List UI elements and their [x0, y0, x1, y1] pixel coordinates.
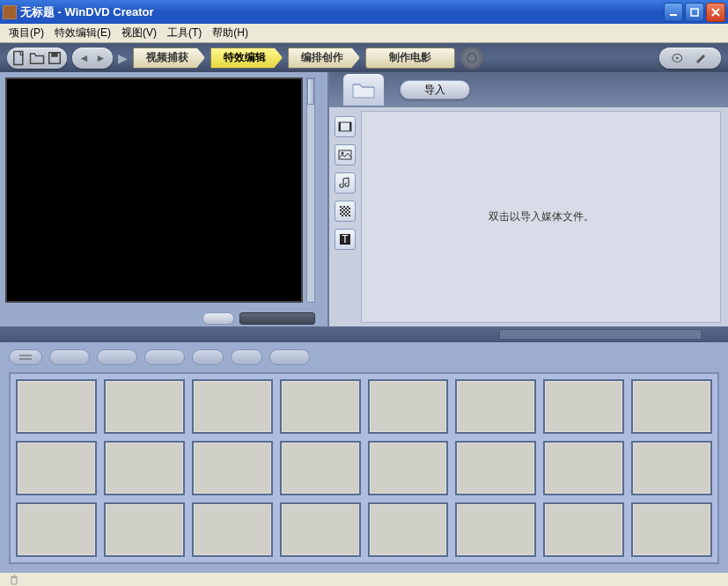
svg-rect-0	[670, 14, 677, 16]
timeline-tool-4[interactable]	[192, 349, 224, 365]
scrollbar-thumb[interactable]	[307, 78, 314, 105]
storyboard-cell[interactable]	[543, 502, 624, 557]
menubar: 项目(P) 特效编辑(E) 视图(V) 工具(T) 帮助(H)	[0, 24, 728, 43]
storyboard-cell[interactable]	[455, 441, 536, 495]
preview-time-bar[interactable]	[239, 312, 315, 325]
undo-button[interactable]: ◄	[76, 49, 92, 67]
burn-button[interactable]	[659, 48, 721, 69]
timeline-tool-3[interactable]	[144, 349, 185, 365]
trash-icon[interactable]	[9, 575, 19, 585]
minimize-button[interactable]	[664, 3, 683, 22]
timeline-tool-5[interactable]	[231, 349, 262, 365]
storyboard-cell[interactable]	[455, 379, 536, 434]
menu-view[interactable]: 视图(V)	[116, 24, 162, 42]
status-strip	[0, 326, 728, 342]
tab-effects[interactable]	[335, 201, 356, 222]
file-button-group	[7, 48, 67, 69]
storyboard-cell[interactable]	[368, 502, 449, 557]
storyboard-cell[interactable]	[104, 379, 185, 434]
storyboard-cell[interactable]	[16, 441, 97, 495]
maximize-button[interactable]	[685, 3, 704, 22]
svg-rect-4	[51, 52, 58, 56]
preview-control-button[interactable]	[202, 312, 234, 325]
redo-button[interactable]: ►	[92, 49, 109, 67]
svg-rect-1	[691, 9, 698, 16]
media-type-tabs: T	[329, 107, 361, 326]
new-button[interactable]	[11, 49, 28, 67]
storyboard-cell[interactable]	[280, 379, 361, 434]
menu-effects[interactable]: 特效编辑(E)	[49, 24, 116, 42]
tab-text[interactable]: T	[335, 229, 356, 250]
main-toolbar: ◄ ► ▶ 视频捕获 特效编辑 编排创作 制作电影	[0, 43, 728, 72]
timeline-view-toggle[interactable]	[9, 349, 42, 365]
svg-point-6	[676, 56, 679, 59]
storyboard-cell[interactable]	[192, 502, 273, 557]
folder-icon	[351, 80, 376, 99]
disc-icon	[460, 47, 483, 70]
app-icon	[3, 5, 17, 19]
step-capture[interactable]: 视频捕获	[133, 48, 205, 69]
step-arrow-icon: ▶	[118, 51, 128, 65]
storyboard-cell[interactable]	[455, 502, 536, 557]
folder-tab[interactable]	[343, 74, 384, 106]
svg-rect-12	[340, 206, 350, 216]
timeline-panel	[0, 342, 728, 573]
svg-rect-9	[349, 122, 351, 131]
timeline-tool-1[interactable]	[49, 349, 90, 365]
undo-redo-group: ◄ ►	[72, 48, 113, 69]
tab-video[interactable]	[335, 116, 356, 137]
storyboard-cell[interactable]	[280, 502, 361, 557]
svg-rect-8	[339, 122, 341, 131]
storyboard-cell[interactable]	[631, 379, 712, 434]
tab-audio[interactable]	[335, 172, 356, 194]
footer-bar	[0, 573, 728, 586]
timeline-toolbar	[9, 348, 719, 367]
storyboard-cell[interactable]	[104, 502, 185, 557]
main-area: 导入 T 双击以导入媒体文件。	[0, 72, 728, 326]
storyboard-grid	[9, 372, 719, 564]
storyboard-cell[interactable]	[543, 441, 624, 495]
storyboard-cell[interactable]	[16, 379, 97, 434]
import-label: 导入	[424, 83, 445, 98]
menu-project[interactable]: 项目(P)	[4, 24, 49, 42]
svg-rect-18	[19, 358, 32, 360]
storyboard-cell[interactable]	[104, 441, 185, 495]
media-area: T 双击以导入媒体文件。	[329, 107, 728, 326]
step-edit[interactable]: 特效编辑	[210, 48, 283, 69]
preview-panel	[0, 72, 327, 326]
svg-point-11	[342, 152, 344, 155]
storyboard-cell[interactable]	[192, 379, 273, 434]
preview-scrollbar[interactable]	[306, 77, 315, 303]
svg-rect-7	[339, 122, 351, 131]
storyboard-cell[interactable]	[368, 441, 449, 495]
import-button[interactable]: 导入	[400, 80, 470, 99]
window-titlebar: 无标题 - WinDVD Creator	[0, 0, 728, 24]
svg-rect-2	[14, 51, 23, 64]
timeline-tool-6[interactable]	[269, 349, 310, 365]
tab-image[interactable]	[335, 144, 356, 165]
timeline-tool-2[interactable]	[97, 349, 137, 365]
svg-rect-17	[19, 355, 32, 356]
library-panel: 导入 T 双击以导入媒体文件。	[327, 72, 728, 326]
svg-text:T: T	[342, 233, 349, 245]
media-drop-area[interactable]: 双击以导入媒体文件。	[361, 111, 721, 323]
preview-viewport[interactable]	[5, 77, 303, 303]
import-bar: 导入	[329, 72, 728, 107]
storyboard-cell[interactable]	[368, 379, 449, 434]
storyboard-cell[interactable]	[543, 379, 624, 434]
menu-tools[interactable]: 工具(T)	[162, 24, 207, 42]
step-author[interactable]: 编排创作	[288, 48, 360, 69]
menu-help[interactable]: 帮助(H)	[207, 24, 254, 42]
storyboard-cell[interactable]	[280, 441, 361, 495]
storyboard-cell[interactable]	[16, 502, 97, 557]
save-button[interactable]	[46, 49, 63, 67]
media-hint-text: 双击以导入媒体文件。	[489, 209, 594, 224]
close-button[interactable]	[706, 3, 725, 22]
open-button[interactable]	[28, 49, 46, 67]
preview-controls	[202, 312, 315, 325]
storyboard-cell[interactable]	[631, 502, 712, 557]
status-meter	[499, 329, 702, 340]
storyboard-cell[interactable]	[192, 441, 273, 495]
storyboard-cell[interactable]	[631, 441, 712, 495]
step-make[interactable]: 制作电影	[365, 48, 455, 69]
